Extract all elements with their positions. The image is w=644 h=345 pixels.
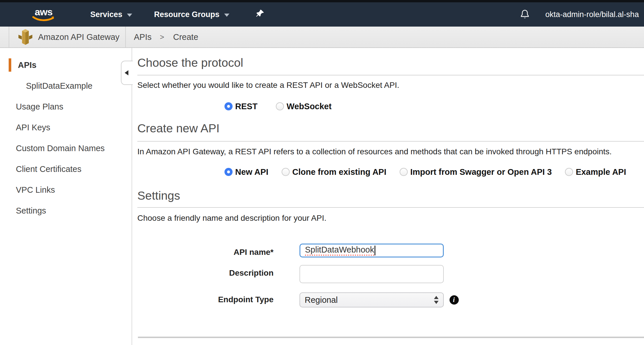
- breadcrumb-separator: >: [160, 33, 164, 42]
- aws-console-screen: aws Services Resource Groups okta: [0, 0, 644, 345]
- endpoint-type-select[interactable]: Regional: [299, 292, 444, 307]
- divider: [137, 207, 644, 208]
- radio-unselected-icon[interactable]: [276, 102, 284, 110]
- create-api-content: Choose the protocol Select whether you w…: [132, 48, 644, 345]
- text-cursor: [375, 246, 375, 255]
- radio-clone-from-existing[interactable]: Clone from existing API: [282, 167, 386, 177]
- sidebar-item-label: Client Certificates: [16, 164, 81, 174]
- radio-unselected-icon[interactable]: [565, 168, 573, 176]
- info-icon[interactable]: [450, 295, 459, 305]
- protocol-section-title: Choose the protocol: [137, 56, 243, 70]
- divider: [138, 337, 644, 338]
- radio-label: Clone from existing API: [292, 167, 386, 177]
- create-section-description: In Amazon API Gateway, a REST API refers…: [137, 147, 612, 156]
- breadcrumb-apis-link[interactable]: APIs: [134, 32, 151, 42]
- api-name-label: API name*: [137, 247, 274, 257]
- select-stepper-icon: [434, 296, 439, 304]
- nav-resource-groups-label: Resource Groups: [154, 10, 220, 19]
- radio-selected-icon[interactable]: [224, 102, 233, 110]
- sidebar-item-label: APIs: [18, 60, 36, 70]
- divider: [125, 27, 126, 47]
- divider: [9, 27, 9, 47]
- aws-logo[interactable]: aws: [32, 2, 55, 27]
- aws-top-navbar: aws Services Resource Groups okta: [0, 2, 644, 27]
- radio-selected-icon[interactable]: [224, 168, 233, 176]
- radio-websocket[interactable]: WebSocket: [276, 102, 332, 111]
- sidebar-item-apis[interactable]: APIs: [0, 55, 132, 75]
- protocol-radio-group: REST WebSocket: [224, 101, 332, 112]
- chevron-down-icon: [434, 301, 439, 304]
- nav-resource-groups-menu[interactable]: Resource Groups: [154, 2, 229, 27]
- pushpin-icon[interactable]: [256, 2, 265, 27]
- radio-label: Example API: [576, 167, 626, 177]
- active-indicator: [9, 58, 11, 72]
- create-section-title: Create new API: [137, 122, 220, 135]
- radio-new-api[interactable]: New API: [224, 167, 268, 177]
- divider: [137, 75, 644, 75]
- create-api-radio-group: New API Clone from existing API Import f…: [224, 166, 626, 178]
- radio-label: REST: [235, 102, 257, 111]
- chevron-left-icon: [125, 70, 128, 75]
- endpoint-type-value: Regional: [305, 295, 338, 305]
- api-name-input[interactable]: SplitDataWebhook: [299, 244, 444, 257]
- sidebar-item-splitdataexample[interactable]: SplitDataExample: [0, 75, 132, 96]
- radio-label: WebSocket: [287, 102, 332, 111]
- settings-section-title: Settings: [137, 189, 180, 203]
- nav-services-menu[interactable]: Services: [90, 2, 132, 27]
- window-top-strip: [0, 0, 644, 2]
- chevron-down-icon: [127, 14, 132, 17]
- api-name-value: SplitDataWebhook: [305, 245, 374, 256]
- sidebar-item-api-keys[interactable]: API Keys: [0, 117, 132, 138]
- nav-services-label: Services: [90, 10, 122, 19]
- breadcrumb-bar: Amazon API Gateway APIs > Create: [0, 27, 644, 48]
- sidebar-item-label: Settings: [16, 206, 46, 216]
- aws-logo-swoosh-icon: [32, 16, 55, 22]
- bell-icon[interactable]: [519, 2, 530, 27]
- endpoint-type-label: Endpoint Type: [137, 295, 274, 305]
- divider: [137, 141, 644, 142]
- protocol-section-description: Select whether you would like to create …: [137, 81, 399, 90]
- sidebar: APIs SplitDataExample Usage Plans API Ke…: [0, 48, 132, 345]
- chevron-down-icon: [224, 14, 229, 17]
- sidebar-item-settings[interactable]: Settings: [0, 200, 132, 221]
- settings-section-description: Choose a friendly name and description f…: [137, 214, 326, 223]
- sidebar-item-custom-domain-names[interactable]: Custom Domain Names: [0, 138, 132, 159]
- chevron-up-icon: [434, 296, 439, 299]
- aws-logo-text: aws: [35, 7, 52, 17]
- api-gateway-icon: [18, 29, 33, 45]
- sidebar-item-label: VPC Links: [16, 185, 55, 195]
- account-menu[interactable]: okta-admin-role/bilal.al-sha: [545, 2, 639, 27]
- description-label: Description: [137, 268, 274, 278]
- sidebar-collapse-button[interactable]: [121, 61, 133, 85]
- description-input[interactable]: [299, 265, 444, 283]
- sidebar-item-vpc-links[interactable]: VPC Links: [0, 179, 132, 200]
- sidebar-list: APIs SplitDataExample Usage Plans API Ke…: [0, 48, 132, 221]
- sidebar-item-client-certificates[interactable]: Client Certificates: [0, 159, 132, 179]
- sidebar-item-label: Usage Plans: [16, 102, 63, 112]
- sidebar-item-label: API Keys: [16, 123, 50, 132]
- radio-import-swagger[interactable]: Import from Swagger or Open API 3: [400, 167, 552, 177]
- sidebar-item-label: SplitDataExample: [26, 81, 93, 91]
- main-area: APIs SplitDataExample Usage Plans API Ke…: [0, 48, 644, 345]
- radio-label: Import from Swagger or Open API 3: [410, 167, 552, 177]
- breadcrumb-service-name[interactable]: Amazon API Gateway: [38, 32, 119, 42]
- radio-unselected-icon[interactable]: [400, 168, 408, 176]
- breadcrumb-current-page: Create: [173, 32, 198, 42]
- radio-label: New API: [235, 167, 268, 177]
- radio-example-api[interactable]: Example API: [565, 167, 626, 177]
- sidebar-item-label: Custom Domain Names: [16, 144, 105, 153]
- sidebar-item-usage-plans[interactable]: Usage Plans: [0, 96, 132, 117]
- radio-rest[interactable]: REST: [224, 102, 257, 111]
- radio-unselected-icon[interactable]: [282, 168, 290, 176]
